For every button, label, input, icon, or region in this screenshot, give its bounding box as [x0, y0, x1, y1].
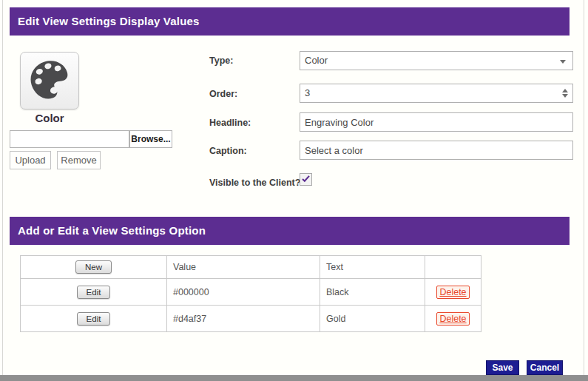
- palette-icon: [28, 58, 71, 103]
- headline-label: Headline:: [209, 118, 251, 128]
- headline-input[interactable]: [300, 112, 573, 132]
- section-title-display-values: Edit View Settings Display Values: [10, 7, 570, 36]
- remove-button[interactable]: Remove: [57, 151, 101, 169]
- order-input-value: 3: [305, 87, 310, 98]
- spinner-down-icon[interactable]: [562, 94, 568, 98]
- checkmark-icon: [301, 173, 311, 186]
- chevron-down-icon: [560, 60, 566, 64]
- table-row: Edit #d4af37 Gold Delete: [21, 306, 481, 332]
- type-label: Type:: [209, 55, 233, 66]
- option-value-cell: #000000: [167, 279, 320, 306]
- display-image-caption: Color: [20, 112, 79, 124]
- visible-to-client-label: Visible to the Client?:: [209, 178, 304, 188]
- new-option-button[interactable]: New: [75, 260, 112, 274]
- table-header-row: New Value Text: [21, 256, 481, 279]
- section-title-options: Add or Edit a View Settings Option: [10, 217, 570, 245]
- edit-option-button[interactable]: Edit: [77, 286, 111, 299]
- type-select-value: Color: [305, 55, 328, 66]
- options-table: New Value Text Edit #000000 Black Delete…: [20, 255, 481, 332]
- delete-option-link[interactable]: Delete: [436, 312, 469, 326]
- page-right-border: [584, 0, 584, 375]
- page-left-border: [2, 0, 3, 375]
- order-input[interactable]: 3: [300, 84, 573, 103]
- delete-option-link[interactable]: Delete: [436, 286, 469, 299]
- text-column-header: Text: [320, 256, 425, 279]
- browse-button[interactable]: Browse...: [129, 130, 172, 148]
- table-row: Edit #000000 Black Delete: [21, 279, 481, 306]
- cancel-button[interactable]: Cancel: [527, 360, 563, 375]
- spinner-up-icon[interactable]: [562, 89, 568, 92]
- display-image-button[interactable]: [20, 52, 79, 109]
- value-column-header: Value: [167, 256, 320, 279]
- option-value-cell: #d4af37: [167, 306, 320, 332]
- edit-option-button[interactable]: Edit: [77, 312, 111, 326]
- type-select[interactable]: Color: [300, 51, 573, 70]
- order-label: Order:: [209, 89, 237, 99]
- caption-label: Caption:: [209, 146, 247, 156]
- visible-to-client-checkbox[interactable]: [300, 173, 312, 186]
- option-text-cell: Black: [320, 279, 425, 306]
- actions-column-header: [425, 256, 481, 279]
- file-path-input[interactable]: [10, 130, 129, 148]
- save-button[interactable]: Save: [486, 360, 519, 375]
- page: Edit View Settings Display Values Color …: [0, 0, 588, 381]
- option-text-cell: Gold: [320, 306, 425, 332]
- upload-button[interactable]: Upload: [10, 151, 51, 169]
- bottom-edge: [0, 375, 588, 381]
- caption-input[interactable]: [300, 141, 573, 160]
